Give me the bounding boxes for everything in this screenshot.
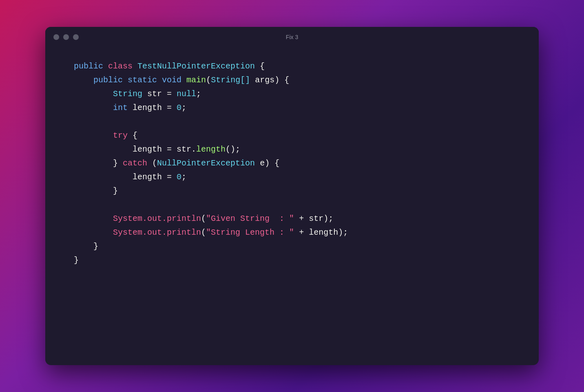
close-button[interactable] — [53, 34, 59, 40]
code-line-8: } catch (NullPointerException e) { — [74, 156, 514, 170]
keyword-class: class — [108, 62, 133, 71]
number-zero-1: 0 — [177, 103, 181, 112]
keyword-public: public — [74, 62, 103, 71]
window-title: Fix 3 — [286, 34, 298, 40]
type-string: String — [113, 89, 142, 99]
class-name: TestNullPointerException — [137, 62, 255, 71]
var-str: str — [147, 89, 162, 99]
code-line-2: public static void main(String[] args) { — [74, 73, 514, 87]
code-line-12: System.out.println("Given String : " + s… — [74, 212, 514, 226]
null-literal: null — [177, 89, 196, 99]
keyword-public2: public — [93, 75, 123, 85]
var-length-2: length — [133, 145, 162, 154]
var-length: length — [133, 103, 162, 112]
code-line-6: try { — [74, 129, 514, 143]
system-out-println-2: System.out.println — [113, 228, 201, 237]
code-line-7: length = str.length(); — [74, 143, 514, 156]
code-line-3: String str = null; — [74, 87, 514, 101]
var-length-4: length — [309, 228, 338, 237]
code-window: Fix 3 public class TestNullPointerExcept… — [45, 27, 539, 365]
code-line-11 — [74, 198, 514, 212]
string-literal-2: "String Length : " — [206, 228, 294, 237]
minimize-button[interactable] — [63, 34, 69, 40]
maximize-button[interactable] — [73, 34, 79, 40]
traffic-lights — [53, 34, 79, 40]
param-type-string: String[] — [211, 75, 250, 85]
code-line-15: } — [74, 253, 514, 267]
var-length-3: length — [133, 172, 162, 182]
code-line-10: } — [74, 184, 514, 198]
method-main: main — [186, 75, 206, 85]
keyword-try: try — [113, 131, 128, 140]
keyword-catch: catch — [123, 159, 147, 168]
code-line-4: int length = 0; — [74, 101, 514, 115]
code-line-9: length = 0; — [74, 170, 514, 184]
system-out-println-1: System.out.println — [113, 214, 201, 223]
code-line-13: System.out.println("String Length : " + … — [74, 226, 514, 240]
keyword-int: int — [113, 103, 128, 112]
param-args: args — [255, 75, 274, 85]
keyword-void: void — [162, 75, 181, 85]
string-literal-1: "Given String : " — [206, 214, 294, 223]
var-e: e — [260, 159, 265, 168]
keyword-static: static — [128, 75, 157, 85]
var-str-2: str — [177, 145, 191, 154]
method-length: length — [196, 145, 226, 154]
titlebar: Fix 3 — [45, 27, 539, 47]
exception-class: NullPointerException — [157, 159, 255, 168]
code-line-1: public class TestNullPointerException { — [74, 59, 514, 73]
code-editor: public class TestNullPointerException { … — [45, 47, 539, 365]
number-zero-2: 0 — [177, 172, 181, 182]
var-str-3: str — [309, 214, 323, 223]
code-line-14: } — [74, 240, 514, 253]
code-line-5 — [74, 115, 514, 129]
